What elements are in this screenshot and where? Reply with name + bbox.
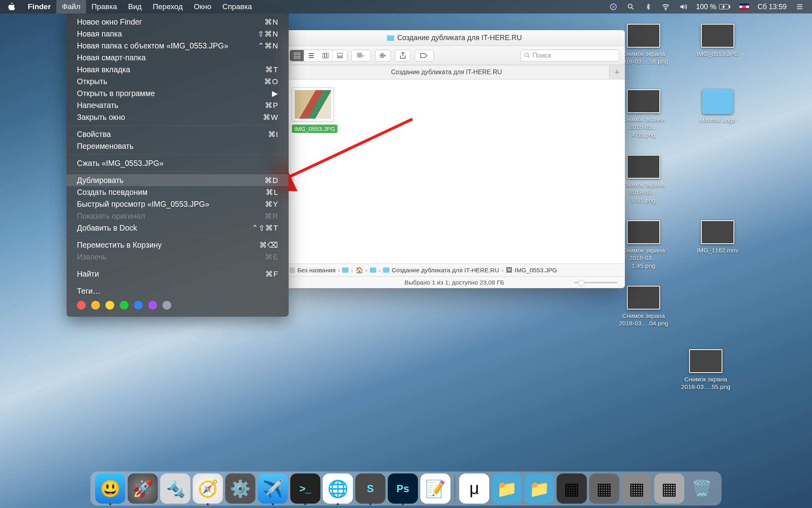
menu-item[interactable]: Напечатать⌘P bbox=[67, 99, 289, 111]
file-item[interactable]: IMG_0553.JPG bbox=[292, 87, 335, 133]
menu-item[interactable]: Новая папка⇧⌘N bbox=[67, 28, 289, 40]
menu-item[interactable]: Быстрый просмотр «IMG_0553.JPG»⌘Y bbox=[67, 198, 289, 210]
arrange-button[interactable] bbox=[352, 50, 371, 61]
desktop-item[interactable]: Снимок экрана2018-03…4.01.png bbox=[618, 89, 669, 139]
clock[interactable]: Сб 13:59 bbox=[758, 3, 787, 11]
desktop-item[interactable]: IMG_0553.JPG bbox=[692, 24, 743, 58]
dock-safari[interactable]: 🧭 bbox=[193, 473, 223, 504]
menu-item[interactable]: Новая смарт-папка bbox=[67, 52, 289, 64]
menu-item[interactable]: Новое окно Finder⌘N bbox=[67, 16, 289, 28]
menu-item[interactable]: Открыть в программе▶ bbox=[67, 87, 289, 99]
desktop-item[interactable]: Снимок экрана2018-03….58.png bbox=[618, 24, 669, 65]
menu-item[interactable]: Новая вкладка⌘T bbox=[67, 64, 289, 75]
menu-item[interactable]: Создать псевдоним⌘L bbox=[67, 186, 289, 198]
desktop-item[interactable]: Снимок экрана2018-03….55.png bbox=[680, 349, 732, 391]
dock-utorrent[interactable]: μ bbox=[459, 473, 489, 504]
menu-item[interactable]: Новая папка с объектом «IMG_0553.JPG»⌃⌘N bbox=[67, 40, 289, 52]
search-icon[interactable] bbox=[626, 2, 635, 11]
menu-item[interactable]: Теги… bbox=[67, 285, 289, 297]
new-tab-button[interactable]: + bbox=[609, 67, 625, 77]
desktop-item[interactable]: IMG_1162.mov bbox=[692, 220, 743, 254]
svg-rect-23 bbox=[341, 57, 343, 58]
menu-Переход[interactable]: Переход bbox=[147, 0, 188, 13]
tag-color[interactable] bbox=[105, 301, 114, 310]
share-button[interactable] bbox=[395, 50, 411, 62]
tag-color[interactable] bbox=[163, 301, 171, 310]
dock-chrome[interactable]: 🌐 bbox=[323, 473, 353, 504]
menu-item[interactable]: Свойства⌘I bbox=[67, 128, 289, 140]
menu-item[interactable]: Переименовать bbox=[67, 140, 289, 152]
path-root[interactable]: Без названия bbox=[297, 267, 335, 274]
lang-indicator[interactable]: 🇬🇧 bbox=[739, 4, 749, 10]
dock-launchpad[interactable]: 🚀 bbox=[128, 473, 158, 504]
dock-finder[interactable]: 😃 bbox=[95, 473, 125, 504]
menu-item[interactable]: Открыть⌘O bbox=[67, 75, 289, 87]
dock-textedit[interactable]: 📝 bbox=[420, 473, 450, 504]
view-list-button[interactable] bbox=[304, 50, 318, 61]
menu-item[interactable]: Сжать «IMG_0553.JPG» bbox=[67, 157, 289, 169]
tab[interactable]: Создание дубликата для IT-HERE.RU bbox=[284, 65, 609, 79]
content-area[interactable]: IMG_0553.JPG bbox=[284, 79, 625, 264]
menu-item[interactable]: Переместить в Корзину⌘⌫ bbox=[67, 239, 289, 251]
menu-Правка[interactable]: Правка bbox=[86, 0, 123, 13]
status-text: Выбрано 1 из 1; доступно 23,08 ГБ bbox=[404, 279, 504, 286]
wifi-icon[interactable] bbox=[661, 2, 670, 11]
svg-point-2 bbox=[628, 4, 632, 8]
menu-Файл[interactable]: Файл bbox=[56, 0, 86, 13]
app-name[interactable]: Finder bbox=[22, 2, 56, 11]
tag-color[interactable] bbox=[134, 301, 143, 310]
battery-indicator[interactable]: 100 % bbox=[696, 3, 731, 11]
status-bar: Выбрано 1 из 1; доступно 23,08 ГБ bbox=[284, 276, 625, 288]
dock-stack1[interactable]: ▦ bbox=[589, 473, 619, 504]
desktop-item[interactable]: Снимок экрана2018-03…1.45.png bbox=[618, 220, 669, 269]
volume-icon[interactable] bbox=[679, 2, 688, 11]
menu-Вид[interactable]: Вид bbox=[123, 0, 147, 13]
tag-color[interactable] bbox=[77, 301, 86, 310]
view-columns-button[interactable] bbox=[318, 50, 333, 61]
action-button[interactable] bbox=[375, 50, 391, 62]
view-icons-button[interactable] bbox=[290, 50, 304, 61]
tag-color[interactable] bbox=[148, 301, 157, 310]
dock-folder1[interactable]: 📁 bbox=[492, 473, 522, 504]
dock-settings[interactable]: ⚙️ bbox=[225, 473, 255, 504]
dock-folder3[interactable]: ▦ bbox=[557, 473, 587, 504]
svg-rect-18 bbox=[325, 53, 326, 58]
tag-color[interactable] bbox=[120, 301, 128, 310]
search-field[interactable]: Поиск bbox=[520, 50, 619, 62]
apple-icon[interactable] bbox=[7, 2, 17, 12]
dock-stack2[interactable]: ▦ bbox=[622, 473, 652, 504]
path-file[interactable]: IMG_0553.JPG bbox=[515, 267, 557, 274]
bluetooth-icon[interactable] bbox=[644, 2, 653, 11]
menu-Справка[interactable]: Справка bbox=[217, 0, 258, 13]
dock-telegram[interactable]: ✈️ bbox=[258, 473, 288, 504]
tags-button[interactable] bbox=[415, 50, 434, 62]
path-folder[interactable]: Создание дубликата для IT-HERE.RU bbox=[392, 267, 499, 274]
menu-Окно[interactable]: Окно bbox=[188, 0, 217, 13]
file-name[interactable]: IMG_0553.JPG bbox=[292, 125, 337, 133]
svg-rect-26 bbox=[358, 56, 359, 57]
dock-trash[interactable]: 🗑️ bbox=[687, 473, 717, 504]
tag-color[interactable] bbox=[91, 301, 100, 310]
svg-rect-13 bbox=[298, 56, 300, 58]
menu-item[interactable]: Добавить в Dock⌃⇧⌘T bbox=[67, 222, 289, 234]
dock-drill[interactable]: 🔩 bbox=[160, 473, 190, 504]
dock-stack3[interactable]: ▦ bbox=[654, 473, 684, 504]
dock-sublime[interactable]: S bbox=[355, 473, 385, 504]
desktop-item[interactable]: Снимок экрана2018-03….04.png bbox=[618, 286, 669, 327]
menu-item[interactable]: Закрыть окно⌘W bbox=[67, 111, 289, 123]
disk-icon bbox=[289, 267, 295, 273]
view-gallery-button[interactable] bbox=[333, 50, 347, 61]
menubar: Finder ФайлПравкаВидПереходОкноСправка 1… bbox=[0, 0, 812, 13]
dock-photoshop[interactable]: Ps bbox=[388, 473, 418, 504]
desktop-item[interactable]: Снимок экрана2018-03…9.01.png bbox=[618, 155, 669, 204]
desktop-item[interactable]: Minimal Logo bbox=[692, 89, 743, 124]
svg-line-31 bbox=[528, 56, 530, 58]
menu-icon[interactable] bbox=[795, 2, 804, 11]
dock-folder2[interactable]: 📁 bbox=[524, 473, 554, 504]
zoom-slider[interactable] bbox=[574, 282, 618, 283]
titlebar[interactable]: Создание дубликата для IT-HERE.RU bbox=[284, 30, 625, 46]
dock-terminal[interactable]: >_ bbox=[290, 473, 320, 504]
menu-item[interactable]: Найти⌘F bbox=[67, 268, 289, 280]
siri-icon[interactable] bbox=[609, 2, 618, 11]
menu-item[interactable]: Дублировать⌘D bbox=[67, 174, 289, 186]
